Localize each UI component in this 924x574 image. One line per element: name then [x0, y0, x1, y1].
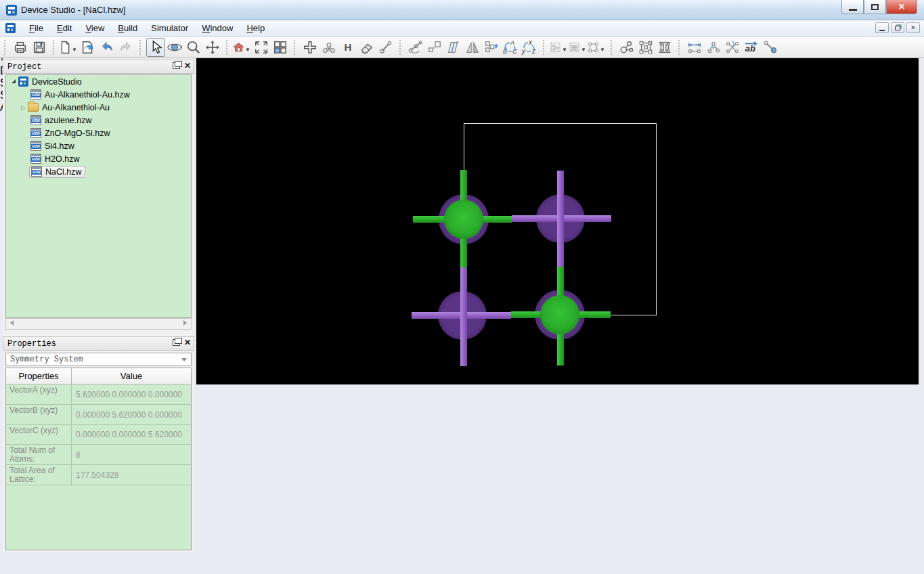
tree-item-zno-mgo-si[interactable]: ZnO-MgO-Si.hzw: [6, 127, 191, 139]
pan-button[interactable]: [203, 38, 222, 57]
tree-item-devicestudio[interactable]: DeviceStudio: [6, 75, 191, 88]
close-button[interactable]: ✕: [886, 0, 917, 14]
bond-length-button[interactable]: [761, 38, 780, 57]
table-row-vector-a: VectorA (xyz) 5.620000 0.000000 0.000000: [6, 384, 191, 405]
mdi-close-button[interactable]: ✕: [906, 22, 920, 33]
print-button[interactable]: [11, 38, 30, 57]
add-atom-button[interactable]: [301, 38, 320, 57]
home-view-button[interactable]: ▼: [233, 38, 252, 57]
float-panel-icon[interactable]: [173, 339, 180, 346]
toolbar-grip[interactable]: [543, 40, 546, 55]
add-fragment-button[interactable]: [320, 38, 338, 57]
menu-simulator[interactable]: Simulator: [144, 21, 195, 35]
build-slab-button[interactable]: [655, 38, 674, 57]
atom-na-bottom-left[interactable]: [441, 294, 484, 337]
lattice-vectors-button[interactable]: ab: [742, 38, 761, 57]
tree-item-si4[interactable]: Si4.hzw: [6, 139, 191, 152]
menu-file[interactable]: File: [22, 21, 50, 35]
swap-axes-icon: xyz: [521, 39, 538, 56]
tree-item-nacl-selected[interactable]: NaCl.hzw: [6, 165, 191, 178]
tree-item-h2o[interactable]: H2O.hzw: [6, 152, 191, 165]
save-button[interactable]: [30, 38, 49, 57]
pan-icon: [204, 40, 221, 55]
supercell-button[interactable]: [425, 38, 444, 57]
mdi-minimize-button[interactable]: [875, 22, 889, 33]
select-cursor-button[interactable]: [146, 38, 165, 57]
tree-item-au-alkanethiol-au-hzw[interactable]: Au-Alkanethiol-Au.hzw: [6, 88, 191, 101]
main-toolbar: ▼ ▼ H ABC xyz ▼ ▼ ▼ ab: [0, 37, 924, 58]
maximize-button[interactable]: [864, 0, 886, 14]
scroll-right-icon[interactable]: [183, 320, 187, 326]
mdi-restore-button[interactable]: [891, 22, 904, 33]
minimize-button[interactable]: [841, 0, 864, 14]
cleave-surface-button[interactable]: [444, 38, 463, 57]
menu-bar: File Edit View Build Simulator Window He…: [0, 20, 924, 37]
toolbar-grip[interactable]: [139, 40, 143, 55]
atom-na-top-right[interactable]: [539, 197, 582, 240]
menu-help[interactable]: Help: [240, 21, 271, 35]
measure-distance-icon: [686, 40, 703, 55]
tile-windows-icon: [273, 40, 288, 55]
mirror-button[interactable]: [463, 38, 482, 57]
select-atoms-button[interactable]: ▼: [550, 38, 569, 57]
atom-cl-bottom-right[interactable]: [540, 295, 579, 334]
atom-cl-top-left[interactable]: [444, 200, 483, 239]
hzw-file-icon: [30, 89, 41, 100]
scroll-left-icon[interactable]: [10, 320, 14, 326]
document-logo-icon: [5, 23, 16, 33]
eraser-icon: [359, 40, 374, 55]
move-fragment-icon: [483, 40, 500, 55]
tree-item-label: H2O.hzw: [45, 154, 79, 164]
toolbar-grip[interactable]: [611, 40, 614, 55]
eraser-button[interactable]: [357, 38, 376, 57]
toolbar-grip[interactable]: [4, 40, 7, 55]
toolbar-grip[interactable]: [678, 40, 682, 55]
rebond-button[interactable]: [376, 38, 395, 57]
menu-view[interactable]: View: [79, 21, 111, 35]
rotate-view-button[interactable]: [165, 38, 184, 57]
undo-button[interactable]: [97, 38, 116, 57]
select-region-button[interactable]: ▼: [569, 38, 588, 57]
redo-button[interactable]: [116, 38, 135, 57]
measure-angle-button[interactable]: [704, 38, 723, 57]
close-panel-icon[interactable]: ✕: [184, 339, 191, 346]
project-tree-hscrollbar[interactable]: [5, 318, 192, 330]
expander-open-icon[interactable]: [12, 79, 16, 83]
window-title: Device Studio - [NaCl.hzw]: [21, 5, 126, 15]
toolbar-grip[interactable]: [226, 40, 229, 55]
float-panel-icon[interactable]: [173, 62, 180, 69]
swap-axes-button[interactable]: xyz: [520, 38, 539, 57]
tree-item-label: Si4.hzw: [45, 141, 74, 151]
tree-item-label: azulene.hzw: [45, 116, 92, 125]
build-molecule-button[interactable]: [617, 38, 636, 57]
table-row-total-area: Total Area of Lattice: 177.504328: [6, 465, 191, 485]
toolbar-grip[interactable]: [294, 40, 297, 55]
select-cell-button[interactable]: ▼: [588, 38, 607, 57]
tree-item-azulene[interactable]: azulene.hzw: [6, 114, 191, 127]
tree-item-label: Au-Alkanethiol-Au.hzw: [45, 90, 130, 100]
tile-windows-button[interactable]: [271, 38, 290, 57]
toolbar-grip[interactable]: [53, 40, 56, 55]
build-crystal-button[interactable]: [636, 38, 655, 57]
expander-closed-icon[interactable]: ▷: [21, 104, 26, 111]
export-button[interactable]: [79, 38, 97, 57]
auto-bond-button[interactable]: [406, 38, 425, 57]
add-hydrogen-button[interactable]: H: [338, 38, 357, 57]
symmetry-system-select[interactable]: Symmetry System: [5, 353, 192, 366]
close-panel-icon[interactable]: ✕: [184, 62, 191, 69]
tree-item-au-alkanethiol-au-folder[interactable]: ▷ Au-Alkanethiol-Au: [6, 101, 191, 114]
3d-viewport[interactable]: B C Y X Z: [196, 58, 919, 384]
measure-distance-button[interactable]: [685, 38, 704, 57]
fit-view-button[interactable]: [252, 38, 271, 57]
axis-x-label: x: [528, 39, 533, 46]
move-fragment-button[interactable]: [482, 38, 501, 57]
menu-window[interactable]: Window: [195, 21, 240, 35]
menu-edit[interactable]: Edit: [50, 21, 79, 35]
measure-dihedral-button[interactable]: [723, 38, 742, 57]
toolbar-grip[interactable]: [399, 40, 403, 55]
add-fragment-icon: [321, 40, 337, 55]
swap-lattice-vectors-button[interactable]: ABC: [501, 38, 520, 57]
zoom-button[interactable]: [184, 38, 203, 57]
new-file-button[interactable]: ▼: [60, 38, 79, 57]
menu-build[interactable]: Build: [111, 21, 144, 35]
